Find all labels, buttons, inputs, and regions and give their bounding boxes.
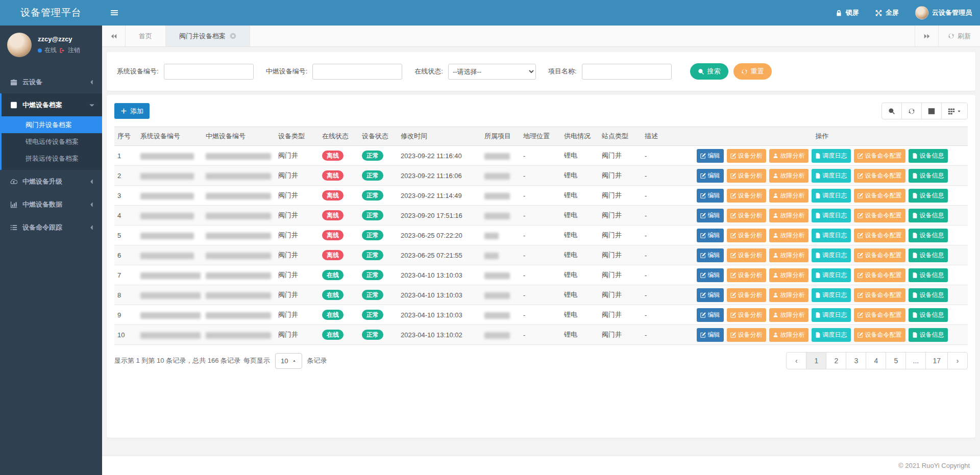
device-command-config-button[interactable]: 设备命令配置 <box>854 288 905 302</box>
reset-button[interactable]: 重置 <box>733 63 772 80</box>
fault-analysis-button[interactable]: 故障分析 <box>769 169 808 183</box>
dispatch-log-button[interactable]: 调度日志 <box>812 189 851 203</box>
dispatch-log-button[interactable]: 调度日志 <box>812 209 851 222</box>
device-info-button[interactable]: 设备信息 <box>909 268 948 282</box>
dispatch-log-button[interactable]: 调度日志 <box>812 149 851 163</box>
edit-button[interactable]: 编辑 <box>697 149 724 163</box>
device-info-button[interactable]: 设备信息 <box>909 189 948 203</box>
sidebar-item-cn-device-data[interactable]: 中燃设备数据 <box>0 193 102 216</box>
online-status-link[interactable]: 在线 <box>44 46 57 55</box>
tabs-scroll-right-button[interactable] <box>915 26 938 46</box>
sidebar-subitem-lithium-remote-archive[interactable]: 锂电远传设备档案 <box>2 133 102 150</box>
fault-analysis-button[interactable]: 故障分析 <box>769 268 808 282</box>
device-analysis-button[interactable]: 设备分析 <box>727 248 766 262</box>
header-user-menu[interactable]: 云设备管理员 <box>907 0 980 26</box>
device-command-config-button[interactable]: 设备命令配置 <box>854 189 905 203</box>
page-button-5[interactable]: 5 <box>886 352 906 369</box>
device-command-config-button[interactable]: 设备命令配置 <box>854 229 905 242</box>
fault-analysis-button[interactable]: 故障分析 <box>769 308 808 322</box>
fault-analysis-button[interactable]: 故障分析 <box>769 209 808 222</box>
sidebar-item-cn-device-upgrade[interactable]: 中燃设备升级 <box>0 170 102 193</box>
fault-analysis-button[interactable]: 故障分析 <box>769 189 808 203</box>
system-device-no-input[interactable] <box>164 64 254 80</box>
dispatch-log-button[interactable]: 调度日志 <box>812 268 851 282</box>
device-command-config-button[interactable]: 设备命令配置 <box>854 149 905 163</box>
edit-button[interactable]: 编辑 <box>697 248 724 262</box>
page-button-...[interactable]: ... <box>905 352 926 369</box>
device-analysis-button[interactable]: 设备分析 <box>727 308 766 322</box>
edit-button[interactable]: 编辑 <box>697 169 724 183</box>
lock-screen-button[interactable]: 锁屏 <box>827 0 867 26</box>
fault-analysis-button[interactable]: 故障分析 <box>769 288 808 302</box>
device-analysis-button[interactable]: 设备分析 <box>727 189 766 203</box>
device-command-config-button[interactable]: 设备命令配置 <box>854 169 905 183</box>
dispatch-log-button[interactable]: 调度日志 <box>812 328 851 342</box>
tab-valve-well-archive[interactable]: 阀门井设备档案 <box>166 26 250 46</box>
device-command-config-button[interactable]: 设备命令配置 <box>854 328 905 342</box>
project-name-input[interactable] <box>582 64 672 80</box>
edit-button[interactable]: 编辑 <box>697 268 724 282</box>
fault-analysis-button[interactable]: 故障分析 <box>769 248 808 262</box>
device-info-button[interactable]: 设备信息 <box>909 328 948 342</box>
online-status-select[interactable]: --请选择-- <box>448 64 536 80</box>
tab-refresh-button[interactable]: 刷新 <box>938 26 980 46</box>
fault-analysis-button[interactable]: 故障分析 <box>769 328 808 342</box>
page-button-4[interactable]: 4 <box>866 352 886 369</box>
page-button-1[interactable]: 1 <box>806 352 826 369</box>
edit-button[interactable]: 编辑 <box>697 189 724 203</box>
device-analysis-button[interactable]: 设备分析 <box>727 268 766 282</box>
device-analysis-button[interactable]: 设备分析 <box>727 169 766 183</box>
grid-refresh-button[interactable] <box>901 103 922 119</box>
sidebar-item-device-command-trace[interactable]: 设备命令跟踪 <box>0 216 102 239</box>
device-analysis-button[interactable]: 设备分析 <box>727 229 766 242</box>
device-info-button[interactable]: 设备信息 <box>909 149 948 163</box>
edit-button[interactable]: 编辑 <box>697 308 724 322</box>
dispatch-log-button[interactable]: 调度日志 <box>812 169 851 183</box>
device-command-config-button[interactable]: 设备命令配置 <box>854 248 905 262</box>
sidebar-subitem-valve-well-archive[interactable]: 阀门井设备档案 <box>2 116 102 133</box>
dispatch-log-button[interactable]: 调度日志 <box>812 288 851 302</box>
page-button-3[interactable]: 3 <box>846 352 866 369</box>
sidebar-toggle-button[interactable] <box>102 0 127 26</box>
device-info-button[interactable]: 设备信息 <box>909 248 948 262</box>
grid-columns-button[interactable] <box>941 103 968 119</box>
dispatch-log-button[interactable]: 调度日志 <box>812 229 851 242</box>
device-analysis-button[interactable]: 设备分析 <box>727 209 766 222</box>
fullscreen-button[interactable]: 全屏 <box>867 0 907 26</box>
tabs-scroll-left-button[interactable] <box>102 26 126 46</box>
tab-home[interactable]: 首页 <box>126 26 166 46</box>
page-button-17[interactable]: 17 <box>925 352 948 369</box>
device-info-button[interactable]: 设备信息 <box>909 288 948 302</box>
grid-search-button[interactable] <box>881 103 902 119</box>
edit-button[interactable]: 编辑 <box>697 288 724 302</box>
dispatch-log-button[interactable]: 调度日志 <box>812 308 851 322</box>
page-button-2[interactable]: 2 <box>826 352 846 369</box>
page-next-button[interactable]: › <box>947 352 968 369</box>
device-command-config-button[interactable]: 设备命令配置 <box>854 268 905 282</box>
device-analysis-button[interactable]: 设备分析 <box>727 149 766 163</box>
cn-device-no-input[interactable] <box>312 64 402 80</box>
edit-button[interactable]: 编辑 <box>697 229 724 242</box>
sidebar-item-cn-device-archive[interactable]: 中燃设备档案 <box>0 93 102 116</box>
page-prev-button[interactable]: ‹ <box>786 352 806 369</box>
device-info-button[interactable]: 设备信息 <box>909 209 948 222</box>
grid-toggle-view-button[interactable] <box>921 103 942 119</box>
device-info-button[interactable]: 设备信息 <box>909 308 948 322</box>
device-command-config-button[interactable]: 设备命令配置 <box>854 209 905 222</box>
edit-button[interactable]: 编辑 <box>697 209 724 222</box>
device-analysis-button[interactable]: 设备分析 <box>727 288 766 302</box>
page-size-select[interactable]: 10 <box>275 353 302 369</box>
sidebar-item-cloud-device[interactable]: 云设备 <box>0 70 102 93</box>
fault-analysis-button[interactable]: 故障分析 <box>769 149 808 163</box>
tab-close-icon[interactable] <box>230 33 236 39</box>
add-button[interactable]: 添加 <box>114 103 150 119</box>
search-button[interactable]: 搜索 <box>690 63 728 80</box>
device-analysis-button[interactable]: 设备分析 <box>727 328 766 342</box>
device-command-config-button[interactable]: 设备命令配置 <box>854 308 905 322</box>
logout-link[interactable]: 注销 <box>68 46 80 55</box>
device-info-button[interactable]: 设备信息 <box>909 169 948 183</box>
sidebar-subitem-assembled-remote-archive[interactable]: 拼装远传设备档案 <box>2 150 102 167</box>
fault-analysis-button[interactable]: 故障分析 <box>769 229 808 242</box>
edit-button[interactable]: 编辑 <box>697 328 724 342</box>
dispatch-log-button[interactable]: 调度日志 <box>812 248 851 262</box>
